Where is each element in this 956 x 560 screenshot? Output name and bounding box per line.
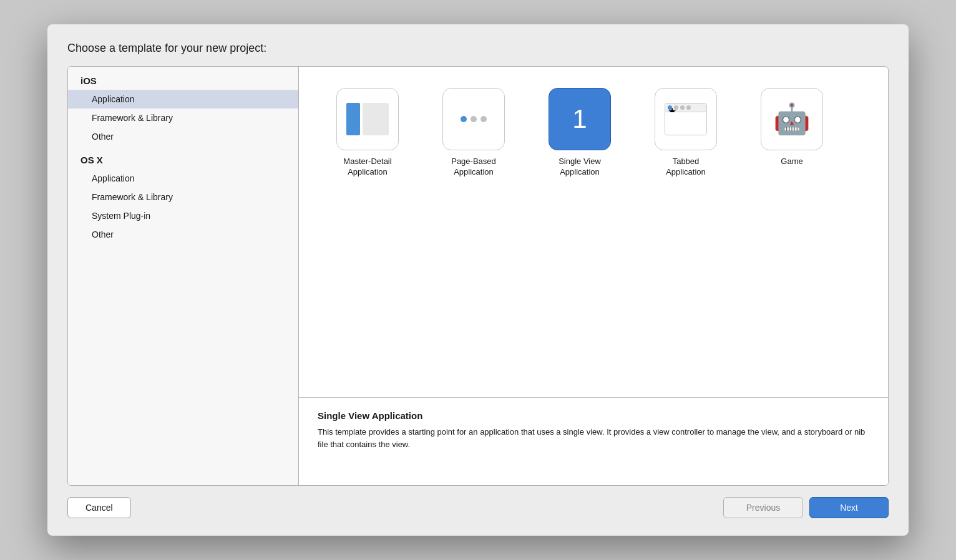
template-label-tabbed: TabbedApplication [666,157,706,178]
sidebar-item-osx-other[interactable]: Other [68,225,298,244]
single-view-number: 1 [572,106,587,132]
sidebar-item-osx-application[interactable]: Application [68,169,298,188]
template-label-single-view: Single ViewApplication [558,157,601,178]
sidebar-item-osx-system-plugin[interactable]: System Plug-in [68,206,298,225]
template-label-game: Game [781,157,802,167]
template-icon-single-view: 1 [549,88,611,150]
tab-content [665,112,706,135]
cancel-button[interactable]: Cancel [67,497,131,518]
tab-dot-2 [680,105,685,110]
dot-2 [471,116,477,122]
page-based-icon [461,116,487,122]
template-label-master-detail: Master-DetailApplication [343,157,391,178]
description-title: Single View Application [318,410,869,421]
template-label-page-based: Page-BasedApplication [451,157,496,178]
master-detail-left-panel [346,103,360,135]
tabbed-icon: ★ [665,103,707,135]
templates-grid: Master-DetailApplication Page-BasedAppli… [299,67,888,398]
master-detail-icon [346,103,389,135]
new-project-dialog: Choose a template for your new project: … [47,24,909,536]
sidebar-item-ios-application[interactable]: Application [68,90,298,109]
template-icon-master-detail [336,88,399,150]
sidebar-item-osx-framework-library[interactable]: Framework & Library [68,188,298,206]
tab-star: ★ [668,105,672,110]
sidebar-item-ios-other[interactable]: Other [68,127,298,146]
content-area: iOS Application Framework & Library Othe… [67,66,889,486]
template-icon-page-based [442,88,505,150]
sidebar-section-ios: iOS [68,67,298,90]
navigation-buttons: Previous Next [723,497,889,518]
single-view-icon: 1 [558,98,601,140]
template-single-view[interactable]: 1 Single ViewApplication [530,82,630,184]
template-icon-tabbed: ★ [655,88,717,150]
dot-3 [480,116,487,122]
previous-button[interactable]: Previous [723,497,803,518]
template-master-detail[interactable]: Master-DetailApplication [318,82,417,184]
next-button[interactable]: Next [809,497,889,518]
template-tabbed[interactable]: ★ TabbedApplication [636,82,736,184]
description-text: This template provides a starting point … [318,426,869,450]
dialog-footer: Cancel Previous Next [67,486,889,518]
sidebar-item-ios-framework-library[interactable]: Framework & Library [68,109,298,127]
tab-dot-3 [686,105,691,110]
sidebar: iOS Application Framework & Library Othe… [68,67,299,485]
game-robot-icon: 🤖 [773,102,811,137]
sidebar-section-osx: OS X [68,146,298,169]
dot-1 [461,116,467,122]
master-detail-right-panel [363,103,389,135]
main-area: Master-DetailApplication Page-BasedAppli… [299,67,888,485]
description-panel: Single View Application This template pr… [299,398,888,485]
template-game[interactable]: 🤖 Game [742,82,842,184]
tab-bar: ★ [665,104,706,112]
template-page-based[interactable]: Page-BasedApplication [424,82,524,184]
dialog-title: Choose a template for your new project: [67,42,889,55]
template-icon-game: 🤖 [761,88,823,150]
tab-dot-1 [674,105,678,110]
